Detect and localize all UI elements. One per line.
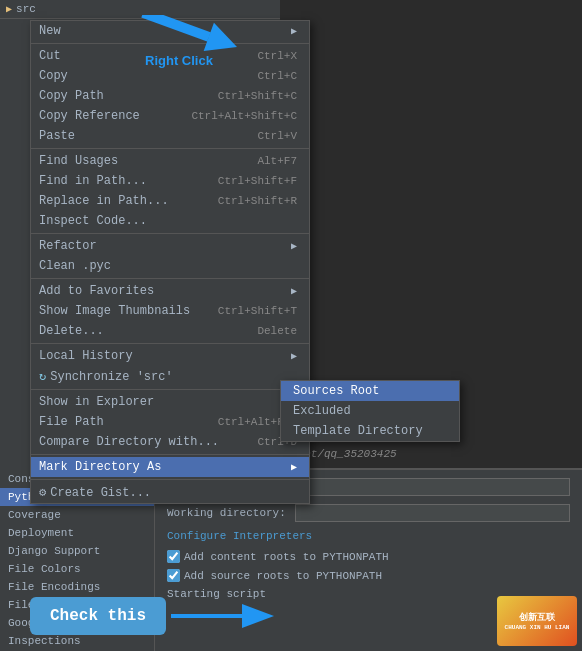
menu-item-show-thumbnails[interactable]: Show Image Thumbnails Ctrl+Shift+T	[31, 301, 309, 321]
menu-separator-7	[31, 454, 309, 455]
working-directory-row: Working directory:	[167, 504, 570, 522]
watermark-logo: 创新互联 CHUANG XIN HU LIAN	[497, 596, 577, 646]
menu-separator-3	[31, 233, 309, 234]
right-click-annotation: Right Click	[130, 15, 250, 99]
tool-item-file-colors[interactable]: File Colors	[0, 560, 154, 578]
menu-item-find-usages[interactable]: Find Usages Alt+F7	[31, 151, 309, 171]
menu-item-copy-reference[interactable]: Copy Reference Ctrl+Alt+Shift+C	[31, 106, 309, 126]
menu-item-compare-directory[interactable]: Compare Directory with... Ctrl+D	[31, 432, 309, 452]
working-directory-label: Working directory:	[167, 507, 287, 519]
mark-directory-submenu: Sources Root Excluded Template Directory	[280, 380, 460, 442]
checkbox-row-content-roots: Add content roots to PYTHONPATH	[167, 550, 570, 563]
check-this-annotation: Check this	[30, 591, 286, 641]
folder-icon: ▶	[6, 3, 12, 15]
checkbox-row-source-roots: Add source roots to PYTHONPATH	[167, 569, 570, 582]
submenu-item-sources-root[interactable]: Sources Root	[281, 381, 459, 401]
menu-item-refactor[interactable]: Refactor ▶	[31, 236, 309, 256]
menu-item-synchronize[interactable]: ↻ Synchronize 'src'	[31, 366, 309, 387]
menu-item-create-gist[interactable]: ⚙ Create Gist...	[31, 482, 309, 503]
menu-item-find-in-path[interactable]: Find in Path... Ctrl+Shift+F	[31, 171, 309, 191]
gist-icon: ⚙	[39, 485, 46, 500]
menu-separator-8	[31, 479, 309, 480]
source-roots-label: Add source roots to PYTHONPATH	[184, 570, 382, 582]
content-roots-checkbox[interactable]	[167, 550, 180, 563]
menu-item-show-explorer[interactable]: Show in Explorer	[31, 392, 309, 412]
check-this-label: Check this	[30, 597, 166, 635]
right-click-arrow-svg: Right Click	[130, 15, 250, 95]
submenu-arrow-refactor: ▶	[291, 240, 297, 252]
working-directory-input[interactable]	[295, 504, 570, 522]
menu-separator-2	[31, 148, 309, 149]
submenu-arrow-mark: ▶	[291, 461, 297, 473]
tool-item-deployment[interactable]: Deployment	[0, 524, 154, 542]
menu-item-mark-directory[interactable]: Mark Directory As ▶	[31, 457, 309, 477]
file-tree-label: src	[16, 3, 36, 15]
menu-separator-6	[31, 389, 309, 390]
menu-item-add-favorites[interactable]: Add to Favorites ▶	[31, 281, 309, 301]
menu-separator-4	[31, 278, 309, 279]
watermark-line1: 创新互联	[519, 611, 555, 624]
configure-interpreters-row: Configure Interpreters	[167, 530, 570, 542]
menu-separator-5	[31, 343, 309, 344]
content-roots-label: Add content roots to PYTHONPATH	[184, 551, 389, 563]
menu-item-replace-in-path[interactable]: Replace in Path... Ctrl+Shift+R	[31, 191, 309, 211]
tool-item-django-support[interactable]: Django Support	[0, 542, 154, 560]
submenu-arrow-new: ▶	[291, 25, 297, 37]
menu-item-file-path[interactable]: File Path Ctrl+Alt+F12	[31, 412, 309, 432]
interpreter-options-input[interactable]	[307, 478, 570, 496]
top-section: ▶ src Right Click New ▶ Cut Ctrl+X Copy …	[0, 0, 582, 470]
menu-item-paste[interactable]: Paste Ctrl+V	[31, 126, 309, 146]
source-roots-checkbox[interactable]	[167, 569, 180, 582]
menu-item-inspect-code[interactable]: Inspect Code...	[31, 211, 309, 231]
watermark-line2: CHUANG XIN HU LIAN	[505, 624, 570, 631]
submenu-item-template-directory[interactable]: Template Directory	[281, 421, 459, 441]
tool-item-coverage[interactable]: Coverage	[0, 506, 154, 524]
submenu-arrow-history: ▶	[291, 350, 297, 362]
menu-item-local-history[interactable]: Local History ▶	[31, 346, 309, 366]
sync-icon: ↻	[39, 369, 46, 384]
menu-item-delete[interactable]: Delete... Delete	[31, 321, 309, 341]
svg-text:Right Click: Right Click	[145, 53, 214, 68]
check-this-arrow	[166, 591, 286, 641]
configure-interpreters-link[interactable]: Configure Interpreters	[167, 530, 312, 542]
menu-item-clean-pyc[interactable]: Clean .pyc	[31, 256, 309, 276]
submenu-arrow-favorites: ▶	[291, 285, 297, 297]
submenu-item-excluded[interactable]: Excluded	[281, 401, 459, 421]
